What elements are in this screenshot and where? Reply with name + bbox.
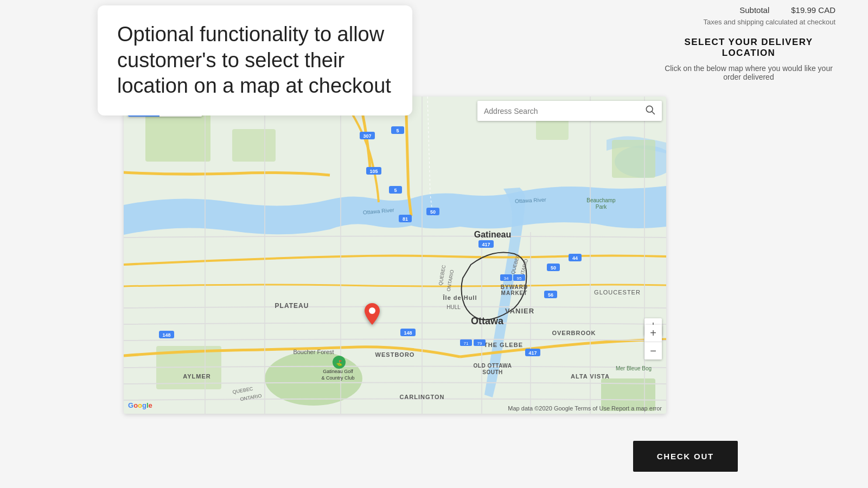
svg-text:Ottawa: Ottawa — [471, 316, 504, 326]
svg-text:WESTBORO: WESTBORO — [375, 351, 415, 358]
svg-text:148: 148 — [162, 332, 170, 338]
map-attribution: Map data ©2020 Google Terms of Use Repor… — [508, 405, 662, 412]
zoom-out-button[interactable]: − — [644, 342, 662, 359]
svg-text:PLATEAU: PLATEAU — [275, 302, 309, 310]
svg-line-84 — [652, 112, 655, 114]
svg-text:Gatineau: Gatineau — [474, 230, 511, 239]
svg-text:71: 71 — [464, 341, 469, 346]
google-logo: Google — [128, 401, 152, 409]
svg-text:Gatineau Golf: Gatineau Golf — [323, 369, 353, 374]
delivery-pin — [365, 303, 380, 330]
svg-text:307: 307 — [363, 133, 371, 139]
map-search-button[interactable] — [644, 104, 655, 118]
subtotal-label: Subtotal — [739, 5, 769, 15]
svg-text:417: 417 — [528, 350, 537, 356]
subtotal-amount: $19.99 CAD — [791, 5, 835, 15]
svg-text:BYWARD: BYWARD — [501, 284, 528, 290]
svg-text:81: 81 — [403, 216, 408, 222]
zoom-in-button[interactable]: + — [644, 325, 662, 342]
svg-text:Île de Hull: Île de Hull — [443, 294, 477, 301]
svg-text:OVERBROOK: OVERBROOK — [552, 330, 596, 336]
svg-text:Beauchamp: Beauchamp — [586, 197, 616, 203]
svg-rect-3 — [232, 129, 276, 162]
svg-text:Park: Park — [596, 204, 608, 210]
checkout-button[interactable]: CHECK OUT — [633, 441, 738, 472]
svg-text:HULL: HULL — [446, 304, 461, 310]
taxes-note: Taxes and shipping calculated at checkou… — [662, 18, 835, 26]
svg-text:VANIER: VANIER — [505, 307, 534, 315]
svg-text:MARKET: MARKET — [501, 290, 528, 296]
map-container[interactable]: 81 50 105 307 5 5 417 417 148 148 50 56 … — [124, 97, 666, 414]
svg-text:SOUTH: SOUTH — [482, 369, 503, 375]
svg-text:CARLINGTON: CARLINGTON — [399, 394, 444, 400]
svg-text:OLD OTTAWA: OLD OTTAWA — [474, 363, 512, 369]
svg-rect-7 — [612, 140, 655, 178]
svg-text:44: 44 — [572, 255, 578, 261]
callout-tooltip: Optional functionality to allow customer… — [98, 5, 412, 115]
svg-text:Mer Bleue Bog: Mer Bleue Bog — [616, 365, 652, 371]
svg-text:56: 56 — [548, 292, 553, 298]
svg-text:Boucher Forest: Boucher Forest — [293, 349, 334, 355]
map-zoom-controls: + − — [644, 325, 662, 359]
svg-text:34: 34 — [504, 276, 509, 281]
svg-rect-2 — [145, 113, 210, 162]
svg-text:50: 50 — [551, 265, 556, 271]
delivery-section: SELECT YOUR DELIVERY LOCATION Click on t… — [662, 37, 835, 81]
order-summary: Subtotal $19.99 CAD Taxes and shipping c… — [662, 5, 835, 87]
delivery-title: SELECT YOUR DELIVERY LOCATION — [662, 37, 835, 59]
svg-text:THE GLEBE: THE GLEBE — [484, 342, 523, 348]
svg-text:417: 417 — [482, 242, 490, 247]
svg-text:50: 50 — [430, 209, 436, 215]
delivery-subtitle: Click on the below map where you would l… — [662, 64, 835, 81]
svg-text:ALTA VISTA: ALTA VISTA — [571, 373, 610, 380]
map-search-input[interactable] — [484, 107, 644, 115]
svg-text:95: 95 — [517, 276, 522, 281]
svg-text:105: 105 — [369, 169, 378, 174]
svg-text:GLOUCESTER: GLOUCESTER — [594, 289, 641, 296]
map-background: 81 50 105 307 5 5 417 417 148 148 50 56 … — [124, 97, 666, 414]
svg-text:& Country Club: & Country Club — [321, 375, 354, 381]
map-search-bar — [477, 101, 662, 121]
svg-text:AYLMER: AYLMER — [183, 373, 210, 380]
callout-text: Optional functionality to allow customer… — [117, 22, 393, 99]
svg-text:148: 148 — [404, 330, 412, 336]
svg-text:5: 5 — [396, 128, 399, 133]
svg-text:5: 5 — [394, 188, 397, 193]
svg-point-82 — [369, 307, 375, 314]
svg-text:⛳: ⛳ — [336, 359, 343, 367]
subtotal-row: Subtotal $19.99 CAD — [662, 5, 835, 15]
svg-text:79: 79 — [477, 341, 482, 346]
